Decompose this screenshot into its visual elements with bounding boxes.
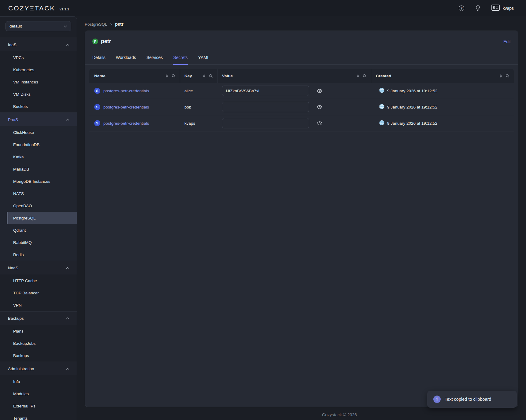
sidebar-item-vpn[interactable]: VPN [0,299,77,311]
chevron-up-icon [66,266,69,270]
search-icon[interactable] [209,74,213,78]
sidebar-section-iaas: IaaS VPCs Kubernetes VM Instances VM Dis… [0,38,77,113]
tab-secrets[interactable]: Secrets [173,55,187,65]
sidebar-item-qdrant[interactable]: Qdrant [0,224,77,236]
sidebar-section-header-backups[interactable]: Backups [0,311,77,325]
sidebar-item-tenants[interactable]: Tenants [0,412,77,420]
namespace-value: default [9,24,22,28]
secret-value-input[interactable] [222,118,309,128]
item-label: External IPs [13,404,35,408]
item-label: Kubernetes [13,68,34,72]
item-label: Buckets [13,104,28,109]
edit-button[interactable]: Edit [503,39,511,44]
item-label: VPCs [13,55,24,60]
eye-icon[interactable] [317,105,322,109]
globe-icon [379,120,384,126]
tab-details[interactable]: Details [92,55,106,64]
sidebar-item-kafka[interactable]: Kafka [0,151,77,163]
sidebar-item-foundationdb[interactable]: FoundationDB [0,138,77,151]
item-label: Modules [13,392,29,396]
secret-key: kvaps [180,121,217,126]
main-content: PostgreSQL > petr P petr Edit Details Wo… [77,16,526,420]
tab-bar: Details Workloads Services Secrets YAML [85,55,518,65]
sidebar-section-header-iaas[interactable]: IaaS [0,38,77,51]
user-menu[interactable]: kvaps [491,5,514,12]
column-header-key: Key [180,69,217,83]
table-row: S postgres-petr-credentials bob [89,99,514,115]
sidebar-item-mongodb-instances[interactable]: MongoDB Instances [0,175,77,187]
sidebar-section-header-administration[interactable]: Administration [0,362,77,375]
sort-icon[interactable] [202,74,206,78]
search-icon[interactable] [363,74,367,78]
sidebar-item-vm-instances[interactable]: VM Instances [0,76,77,88]
sidebar-item-backups[interactable]: Backups [0,349,77,362]
card-header: P petr Edit [85,31,518,45]
section-label: NaaS [8,266,18,270]
sidebar-item-clickhouse[interactable]: ClickHouse [0,126,77,138]
sidebar-item-buckets[interactable]: Buckets [0,100,77,112]
secret-value-input[interactable] [222,102,309,112]
item-label: HTTP Cache [13,278,37,283]
sort-icon[interactable] [165,74,169,78]
sidebar-item-modules[interactable]: Modules [0,388,77,400]
help-icon[interactable]: ? [459,6,464,11]
secret-name-link[interactable]: postgres-petr-credentials [103,121,149,126]
breadcrumb-parent[interactable]: PostgreSQL [85,22,107,27]
sidebar-item-external-ips[interactable]: External IPs [0,400,77,412]
namespace-select[interactable]: default [6,21,71,31]
sidebar-item-http-cache[interactable]: HTTP Cache [0,274,77,287]
sidebar-item-postgresql[interactable]: PostgreSQL [7,212,77,224]
column-header-name: Name [89,69,180,83]
secret-key: bob [180,105,217,109]
item-label: MariaDB [13,167,29,171]
sidebar: default IaaS VPCs Kubernetes VM Instance… [0,16,77,420]
table-row: S postgres-petr-credentials kvaps [89,115,514,131]
tab-services[interactable]: Services [146,55,163,64]
item-label: Info [13,379,20,384]
sidebar-section-header-paas[interactable]: PaaS [0,113,77,126]
chevron-up-icon [66,367,69,371]
tab-yaml[interactable]: YAML [198,55,209,64]
search-icon[interactable] [506,74,509,78]
chevron-up-icon [66,42,69,47]
sidebar-item-redis[interactable]: Redis [0,249,77,261]
sidebar-item-kubernetes[interactable]: Kubernetes [0,64,77,76]
item-label: OpenBAO [13,204,32,208]
sidebar-item-vpcs[interactable]: VPCs [0,51,77,64]
eye-slash-icon[interactable] [317,89,322,93]
sidebar-item-info[interactable]: Info [0,375,77,388]
secret-value-input[interactable] [222,86,309,96]
sort-icon[interactable] [356,74,360,78]
table-row: S postgres-petr-credentials alice [89,83,514,99]
secret-name-link[interactable]: postgres-petr-credentials [103,89,149,93]
sidebar-item-tcp-balancer[interactable]: TCP Balancer [0,287,77,299]
column-label: Name [94,74,106,78]
item-label: FoundationDB [13,142,39,147]
search-icon[interactable] [172,74,176,78]
secret-key: alice [180,89,217,93]
footer-copyright: Cozystack © 2026 [322,412,357,417]
column-label: Created [376,74,391,78]
sidebar-item-backupjobs[interactable]: BackupJobs [0,337,77,349]
title-group: P petr [92,38,111,45]
sidebar-item-rabbitmq[interactable]: RabbitMQ [0,236,77,249]
sidebar-item-plans[interactable]: Plans [0,325,77,337]
column-header-created: Created [371,69,514,83]
sidebar-item-nats[interactable]: NATS [0,187,77,200]
tab-workloads[interactable]: Workloads [116,55,136,64]
section-label: IaaS [8,42,17,47]
secret-name-link[interactable]: postgres-petr-credentials [103,105,149,109]
sidebar-section-header-naas[interactable]: NaaS [0,261,77,274]
sidebar-section-paas: PaaS ClickHouse FoundationDB Kafka Maria… [0,113,77,261]
section-label: Backups [8,316,24,321]
eye-icon[interactable] [317,121,322,126]
created-timestamp: 9 January 2026 at 19:12:52 [387,105,437,109]
sort-icon[interactable] [499,74,502,78]
section-label: Administration [8,367,34,371]
breadcrumb-current: petr [115,22,123,27]
sidebar-item-mariadb[interactable]: MariaDB [0,163,77,175]
sidebar-item-openbao[interactable]: OpenBAO [0,200,77,212]
sidebar-item-vm-disks[interactable]: VM Disks [0,88,77,100]
item-label: ClickHouse [13,130,34,135]
theme-lightbulb-icon[interactable] [475,5,480,11]
